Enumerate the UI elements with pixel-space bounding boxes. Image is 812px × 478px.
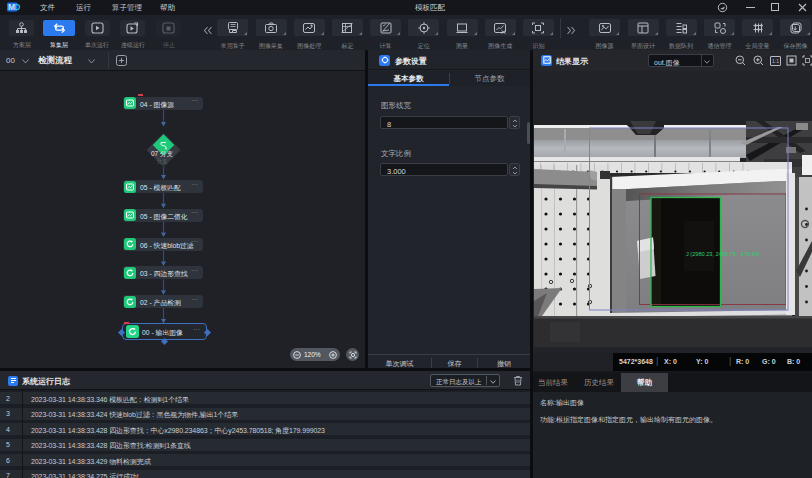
svg-text:J (2980.23, 2453.78, -179.99): J (2980.23, 2453.78, -179.99): [686, 251, 760, 257]
svg-text:分支: 分支: [157, 158, 169, 165]
svg-text:07 分支: 07 分支: [151, 150, 174, 158]
svg-text:D: D: [14, 2, 20, 12]
